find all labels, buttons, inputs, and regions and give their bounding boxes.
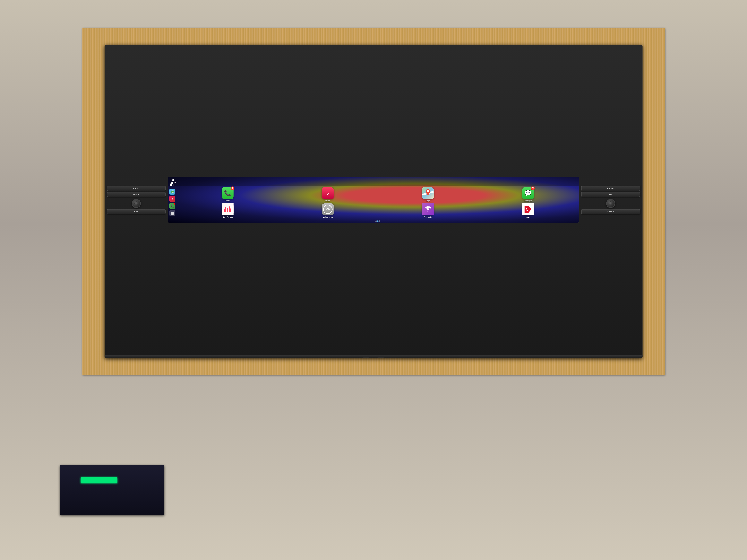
page-dots <box>375 220 381 222</box>
svg-text:N: N <box>526 208 528 212</box>
phone-app[interactable]: 📞 1 Phone <box>178 187 277 202</box>
left-knob[interactable] <box>132 199 141 208</box>
maps-mini-app[interactable] <box>169 188 176 195</box>
now-playing-app[interactable]: Now Playing <box>178 204 277 218</box>
svg-rect-2 <box>173 212 173 213</box>
maps-mini-icon <box>171 190 174 193</box>
app-grid: 📞 1 Phone ♪ Music <box>168 186 579 220</box>
carplay-screen: 5:38 4G <box>168 177 579 223</box>
now-playing-inner <box>222 204 233 215</box>
status-time: 5:38 <box>170 179 176 181</box>
messages-app[interactable]: 💬 76 Messages <box>479 187 577 202</box>
car-button[interactable]: CAR <box>107 209 166 214</box>
signal-bar-1 <box>170 183 170 184</box>
status-left: 5:38 4G <box>170 179 176 186</box>
volkswagen-label: Volkswagen <box>323 216 333 218</box>
right-knob-container <box>606 199 615 208</box>
news-icon: N <box>522 204 534 215</box>
svg-rect-5 <box>173 213 173 214</box>
news-label: News <box>526 216 530 218</box>
messages-icon: 💬 76 <box>522 187 534 199</box>
page-dots-area <box>168 220 579 223</box>
np-bar-4 <box>229 206 230 212</box>
phone-mini-app[interactable]: 📞 • <box>169 203 176 209</box>
signal-bar-4 <box>172 182 173 184</box>
phone-mini-icon: 📞 <box>171 204 174 208</box>
messages-glyph: 💬 <box>524 190 532 196</box>
page-dot-1 <box>375 220 377 222</box>
left-knob-container <box>132 199 141 208</box>
podcasts-label: Podcasts <box>424 216 432 218</box>
music-mini-app[interactable]: ♪ <box>169 196 176 202</box>
left-knob-inner <box>134 202 138 206</box>
svg-rect-1 <box>171 212 172 213</box>
svg-rect-3 <box>174 212 174 213</box>
media-button[interactable]: MEDIA <box>107 192 166 197</box>
dongle-led <box>81 477 117 483</box>
podcasts-svg <box>424 206 432 213</box>
now-playing-label: Now Playing <box>223 216 233 218</box>
right-button-panel: PHONE APP SETUP <box>581 186 640 214</box>
left-button-panel: RADIO MEDIA CAR <box>107 186 166 214</box>
maps-icon <box>422 187 434 199</box>
maps-icon-inner <box>422 187 434 199</box>
page-dot-2 <box>377 220 379 222</box>
vw-text: VW <box>326 208 330 211</box>
messages-badge: 76 <box>531 186 535 190</box>
radio-button[interactable]: RADIO <box>107 186 166 191</box>
maps-app[interactable]: Maps <box>379 187 477 202</box>
podcasts-app[interactable]: Podcasts <box>379 204 477 218</box>
music-label: Music <box>326 200 330 202</box>
phone-icon: 📞 1 <box>222 187 233 199</box>
sidebar-mini-apps: ♪ 📞 • <box>169 188 176 216</box>
volkswagen-app[interactable]: VW Volkswagen <box>279 204 377 218</box>
grid-icon <box>171 212 174 214</box>
signal-area: 4G <box>170 182 176 184</box>
svg-rect-11 <box>427 212 429 212</box>
now-playing-icon <box>222 204 233 215</box>
news-inner: N <box>522 204 534 215</box>
svg-marker-0 <box>171 190 174 193</box>
bottom-strip-btn-1 <box>363 356 369 358</box>
radio-top: RADIO MEDIA CAR 5:38 <box>105 45 643 355</box>
np-bar-2 <box>226 207 227 212</box>
app-button[interactable]: APP <box>581 192 640 197</box>
news-app[interactable]: N News <box>479 204 577 218</box>
setup-button[interactable]: SETUP <box>581 209 640 214</box>
maps-label: Maps <box>426 200 430 202</box>
phone-label: Phone <box>225 200 230 202</box>
np-bar-1 <box>224 209 225 212</box>
signal-bar-2 <box>171 183 171 184</box>
status-bar: 5:38 4G <box>168 177 579 186</box>
network-type: 4G <box>174 182 176 184</box>
np-bar-3 <box>227 208 228 212</box>
music-mini-icon: ♪ <box>172 197 173 201</box>
vw-circle: VW <box>323 205 332 214</box>
podcasts-icon <box>422 204 434 215</box>
maps-svg <box>422 187 434 199</box>
phone-hw-button[interactable]: PHONE <box>581 186 640 191</box>
page-dot-3 <box>379 220 381 222</box>
signal-bars <box>170 182 173 184</box>
radio-bottom-strip <box>105 355 643 358</box>
usb-dongle <box>60 465 164 515</box>
battery-fill <box>170 184 172 186</box>
signal-bar-3 <box>172 182 172 184</box>
screen-bezel: 5:38 4G <box>168 177 579 223</box>
phone-mini-badge: • <box>174 203 176 205</box>
podcasts-inner <box>422 204 434 215</box>
right-knob[interactable] <box>606 199 615 208</box>
svg-rect-6 <box>174 213 174 214</box>
home-screen-icon[interactable] <box>169 210 176 216</box>
messages-label: Messages <box>524 200 532 202</box>
volkswagen-icon: VW <box>322 204 334 215</box>
music-glyph: ♪ <box>326 190 329 196</box>
svg-point-9 <box>427 208 429 209</box>
music-icon: ♪ <box>322 187 334 199</box>
np-bars <box>224 206 231 212</box>
svg-rect-4 <box>171 213 172 214</box>
svg-point-7 <box>427 190 429 192</box>
music-app[interactable]: ♪ Music <box>279 187 377 202</box>
phone-badge: 1 <box>231 186 234 190</box>
np-bar-5 <box>230 208 231 212</box>
